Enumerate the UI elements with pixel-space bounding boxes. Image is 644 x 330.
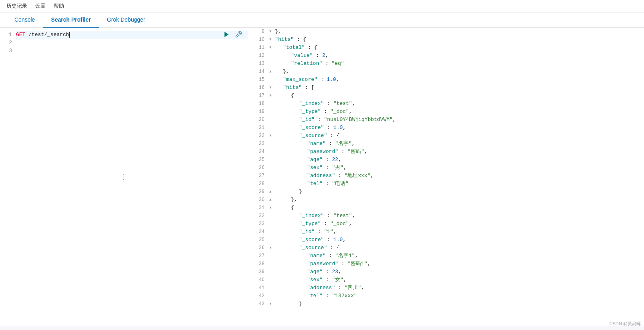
- output-line-content: "_source" : {: [275, 132, 339, 140]
- fold-icon[interactable]: ▲: [269, 196, 274, 204]
- output-line-number: 39: [251, 268, 269, 276]
- code-line-1[interactable]: GET /test/_search: [16, 31, 248, 39]
- output-line: 11▼"total" : {: [248, 44, 644, 52]
- output-line-content: "_score" : 1.0,: [275, 236, 346, 244]
- output-line-number: 28: [251, 180, 269, 188]
- output-line: 35"_score" : 1.0,: [248, 236, 644, 244]
- fold-icon[interactable]: ▼: [269, 84, 274, 92]
- output-line: 31▼{: [248, 204, 644, 212]
- output-line: 12"value" : 2,: [248, 52, 644, 60]
- output-line-content: "address" : "地址xxx",: [275, 172, 373, 180]
- watermark: CSDN @吴呙晖: [610, 321, 641, 326]
- output-line-number: 35: [251, 236, 269, 244]
- output-line-number: 11: [251, 44, 269, 52]
- output-line-content: "password" : "密码",: [275, 148, 367, 156]
- output-line-content: "value" : 2,: [275, 52, 329, 60]
- output-line: 28"tel" : "电话": [248, 180, 644, 188]
- settings-wrench-button[interactable]: [234, 30, 243, 39]
- output-line: 14▲},: [248, 68, 644, 76]
- output-line-content: "password" : "密码1",: [275, 260, 371, 268]
- output-line-content: },: [275, 28, 281, 36]
- output-line-content: "sex" : "男",: [275, 164, 347, 172]
- output-line-content: "_id" : "nusL0Y4BWjiqYbbtdVWM",: [275, 116, 396, 124]
- output-line-content: "name" : "名字1",: [275, 252, 358, 260]
- output-line: 41"address" : "四川",: [248, 284, 644, 292]
- output-line-content: "total" : {: [275, 44, 317, 52]
- fold-icon[interactable]: ▼: [269, 132, 274, 140]
- output-line: 38"password" : "密码1",: [248, 260, 644, 268]
- output-panel[interactable]: 9▼},10▼"hits" : {11▼"total" : {12"value"…: [248, 28, 644, 326]
- fold-icon[interactable]: ▲: [269, 68, 274, 76]
- output-line-content: "tel" : "132xxx": [275, 292, 357, 300]
- tab-console[interactable]: Console: [6, 12, 43, 28]
- output-line-number: 16: [251, 84, 269, 92]
- output-line-number: 29: [251, 188, 269, 196]
- output-line-number: 25: [251, 156, 269, 164]
- output-line: 22▼"_source" : {: [248, 132, 644, 140]
- output-line-number: 34: [251, 228, 269, 236]
- output-line-number: 24: [251, 148, 269, 156]
- menu-bar: 历史记录 设置 帮助: [0, 0, 644, 12]
- output-line-content: },: [275, 68, 289, 76]
- fold-icon[interactable]: ▼: [269, 92, 274, 100]
- keyword-path: /test/_search: [28, 31, 69, 39]
- fold-icon[interactable]: ▼: [269, 44, 274, 52]
- output-line-number: 41: [251, 284, 269, 292]
- output-line-number: 30: [251, 196, 269, 204]
- output-line-number: 42: [251, 292, 269, 300]
- fold-icon[interactable]: ▼: [269, 28, 274, 36]
- output-line-content: "sex" : "女",: [275, 276, 347, 284]
- output-line-content: "_type" : "_doc",: [275, 108, 352, 116]
- fold-icon[interactable]: ▼: [269, 36, 274, 44]
- menu-settings[interactable]: 设置: [35, 2, 46, 10]
- output-line: 20"_id" : "nusL0Y4BWjiqYbbtdVWM",: [248, 116, 644, 124]
- line-numbers: 1 2 3: [0, 31, 16, 322]
- output-line-number: 14: [251, 68, 269, 76]
- output-line: 25"age" : 22,: [248, 156, 644, 164]
- output-line: 42"tel" : "132xxx": [248, 292, 644, 300]
- output-line-number: 15: [251, 76, 269, 84]
- output-line: 16▼"hits" : [: [248, 84, 644, 92]
- menu-history[interactable]: 历史记录: [6, 2, 27, 10]
- output-line-content: "age" : 23,: [275, 268, 341, 276]
- main-content: 1 2 3 GET /test/_search ⋮ 9▼},10▼"hits" …: [0, 28, 644, 326]
- fold-icon[interactable]: ▼: [269, 244, 274, 252]
- output-line: 26"sex" : "男",: [248, 164, 644, 172]
- output-line-number: 23: [251, 140, 269, 148]
- output-line-number: 32: [251, 212, 269, 220]
- output-line-content: "_index" : "test",: [275, 212, 355, 220]
- menu-help[interactable]: 帮助: [54, 2, 64, 10]
- fold-icon[interactable]: ▼: [269, 300, 274, 308]
- output-line-number: 38: [251, 260, 269, 268]
- code-area[interactable]: GET /test/_search: [16, 31, 248, 322]
- fold-icon[interactable]: ▲: [269, 188, 274, 196]
- output-line: 23"name" : "名字",: [248, 140, 644, 148]
- output-line: 15"max_score" : 1.0,: [248, 76, 644, 84]
- output-line-content: },: [275, 196, 297, 204]
- tab-bar: Console Search Profiler Grok Debugger: [0, 12, 644, 28]
- fold-icon[interactable]: ▼: [269, 204, 274, 212]
- output-line: 17▼{: [248, 92, 644, 100]
- output-line-number: 12: [251, 52, 269, 60]
- output-line: 34"_id" : "1",: [248, 228, 644, 236]
- code-line-2[interactable]: [16, 39, 248, 47]
- tab-search-profiler[interactable]: Search Profiler: [43, 12, 99, 28]
- output-line: 10▼"hits" : {: [248, 36, 644, 44]
- run-button[interactable]: [222, 30, 231, 39]
- output-line-number: 27: [251, 172, 269, 180]
- output-line-content: "_score" : 1.0,: [275, 124, 346, 132]
- output-line: 9▼},: [248, 28, 644, 36]
- output-line: 30▲},: [248, 196, 644, 204]
- output-line: 39"age" : 23,: [248, 268, 644, 276]
- output-line: 19"_type" : "_doc",: [248, 108, 644, 116]
- code-line-3[interactable]: [16, 47, 248, 55]
- output-line-content: }: [275, 188, 302, 196]
- drag-handle[interactable]: ⋮: [120, 172, 128, 181]
- output-line: 32"_index" : "test",: [248, 212, 644, 220]
- output-line-number: 36: [251, 244, 269, 252]
- output-line-content: "_type" : "_doc",: [275, 220, 352, 228]
- output-line: 43▼}: [248, 300, 644, 308]
- tab-grok-debugger[interactable]: Grok Debugger: [99, 12, 153, 28]
- output-line-content: {: [275, 204, 294, 212]
- output-line-number: 10: [251, 36, 269, 44]
